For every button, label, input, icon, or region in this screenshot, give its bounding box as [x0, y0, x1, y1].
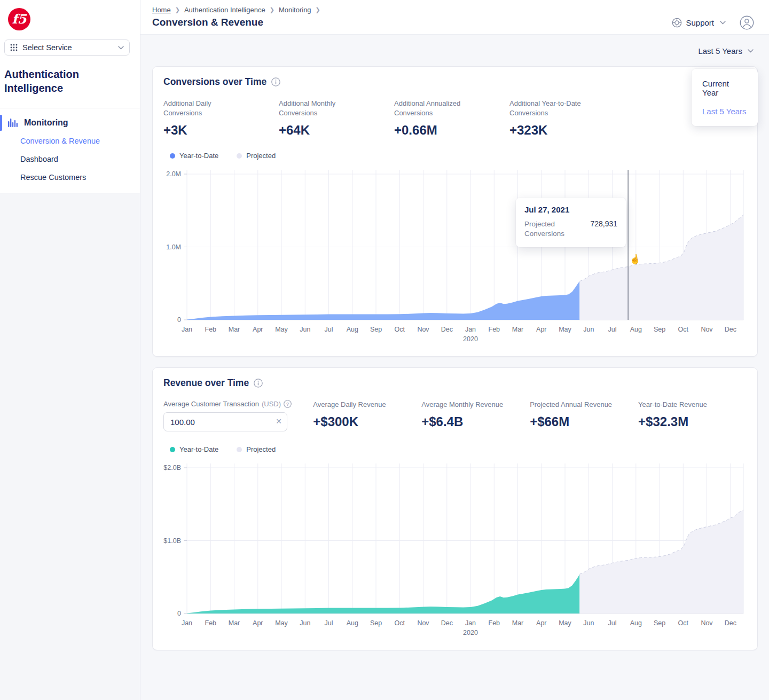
svg-text:☝: ☝ [629, 253, 642, 266]
svg-text:Oct: Oct [678, 326, 689, 333]
svg-text:Feb: Feb [489, 326, 500, 333]
svg-text:May: May [559, 619, 571, 627]
revenue-card-title: Revenue over Time [163, 377, 249, 389]
chart-tooltip: Jul 27, 2021 Projected Conversions 728,9… [516, 198, 626, 247]
sidebar-section-label: Monitoring [24, 118, 68, 128]
svg-text:Dec: Dec [725, 326, 736, 333]
conversions-legend: Year-to-Date Projected [163, 152, 747, 160]
breadcrumb-separator-icon: ❯ [316, 6, 320, 13]
stat-additional-monthly-conversions: Additional Monthly Conversions +64K [279, 99, 394, 138]
info-icon[interactable] [254, 379, 263, 388]
conversions-card-title: Conversions over Time [163, 76, 266, 88]
tooltip-series-label: Projected Conversions [524, 219, 575, 239]
transaction-input-label: Average Customer Transaction [163, 400, 259, 408]
conversions-chart[interactable]: 01.0M2.0MJanFebMarAprMayJunJulAugSepOctN… [163, 166, 747, 344]
svg-text:1.0M: 1.0M [166, 243, 181, 251]
svg-text:Nov: Nov [701, 326, 713, 333]
svg-text:Nov: Nov [701, 619, 713, 627]
stat-additional-daily-conversions: Additional Daily Conversions +3K [163, 99, 279, 138]
ytd-legend-dot [170, 447, 175, 452]
svg-text:Jan: Jan [182, 326, 192, 333]
svg-text:Apr: Apr [253, 326, 263, 333]
svg-text:Nov: Nov [417, 619, 429, 627]
time-range-option-last-5-years[interactable]: Last 5 Years [692, 102, 758, 121]
svg-text:Oct: Oct [678, 619, 689, 627]
revenue-chart[interactable]: 0$1.0B$2.0BJanFebMarAprMayJunJulAugSepOc… [163, 460, 747, 638]
app-root: f5 Select Service Authentication Intelli… [0, 0, 769, 700]
sidebar: f5 Select Service Authentication Intelli… [0, 0, 140, 700]
revenue-legend: Year-to-Date Projected [163, 445, 747, 453]
transaction-input-unit: (USD) [262, 400, 281, 408]
svg-text:$2.0B: $2.0B [163, 464, 181, 471]
sidebar-item-dashboard[interactable]: Dashboard [0, 150, 140, 168]
sidebar-item-conversion-revenue[interactable]: Conversion & Revenue [0, 132, 140, 150]
revenue-card: Revenue over Time Average Customer Trans… [152, 367, 758, 650]
svg-text:Oct: Oct [395, 619, 405, 627]
conversions-card: Conversions over Time Additional Daily C… [152, 66, 758, 357]
clear-input-icon[interactable]: ✕ [276, 417, 282, 426]
active-section-accent [0, 115, 2, 131]
sidebar-item-monitoring[interactable]: Monitoring [0, 114, 140, 132]
sidebar-filler [0, 193, 140, 700]
svg-text:0: 0 [177, 316, 181, 324]
breadcrumb-authentication-intelligence[interactable]: Authentication Intelligence [184, 6, 265, 14]
svg-text:Dec: Dec [441, 619, 453, 627]
svg-text:Sep: Sep [370, 619, 382, 627]
svg-text:Jul: Jul [608, 326, 617, 333]
svg-text:Feb: Feb [489, 619, 500, 627]
breadcrumb-home[interactable]: Home [152, 6, 171, 14]
svg-text:Aug: Aug [347, 619, 358, 627]
time-range-selected-label: Last 5 Years [698, 46, 742, 56]
life-ring-icon [672, 18, 682, 28]
svg-text:Sep: Sep [654, 326, 665, 333]
svg-text:Jun: Jun [583, 619, 594, 627]
svg-text:2.0M: 2.0M [166, 170, 181, 178]
svg-text:Oct: Oct [395, 326, 405, 333]
svg-text:Jul: Jul [608, 619, 617, 627]
select-service-dropdown[interactable]: Select Service [4, 40, 130, 56]
svg-text:2020: 2020 [463, 335, 478, 343]
svg-text:Jan: Jan [465, 326, 476, 333]
top-header: Home ❯ Authentication Intelligence ❯ Mon… [140, 0, 769, 35]
svg-text:Jul: Jul [325, 326, 333, 333]
legend-item-projected[interactable]: Projected [237, 152, 276, 160]
legend-item-projected[interactable]: Projected [237, 445, 276, 453]
legend-item-ytd[interactable]: Year-to-Date [170, 445, 218, 453]
monitoring-chart-icon [8, 119, 18, 127]
svg-text:May: May [275, 326, 288, 333]
time-range-select[interactable]: Last 5 Years [698, 46, 754, 56]
support-label: Support [686, 18, 714, 27]
info-icon[interactable] [271, 77, 280, 86]
svg-text:Dec: Dec [725, 619, 736, 627]
projected-legend-dot [237, 447, 242, 452]
svg-text:Mar: Mar [229, 326, 240, 333]
svg-text:Jun: Jun [583, 326, 594, 333]
help-icon[interactable]: ? [284, 400, 292, 408]
f5-logo[interactable]: f5 [8, 8, 30, 30]
legend-item-ytd[interactable]: Year-to-Date [170, 152, 218, 160]
svg-text:Jan: Jan [465, 619, 476, 627]
tooltip-date: Jul 27, 2021 [524, 205, 617, 214]
chevron-down-icon [748, 49, 754, 53]
time-range-option-current-year[interactable]: Current Year [692, 74, 758, 102]
svg-text:Apr: Apr [536, 326, 546, 333]
chevron-down-icon [118, 46, 124, 50]
stat-average-monthly-revenue: Average Monthly Revenue +$6.4B [421, 400, 530, 431]
svg-text:Jun: Jun [300, 326, 310, 333]
ytd-legend-dot [170, 153, 175, 159]
support-menu[interactable]: Support [672, 18, 726, 28]
breadcrumb-monitoring[interactable]: Monitoring [279, 6, 311, 14]
average-transaction-input[interactable] [163, 412, 287, 431]
sidebar-item-rescue-customers[interactable]: Rescue Customers [0, 168, 140, 186]
svg-text:Nov: Nov [417, 326, 429, 333]
projected-legend-dot [237, 153, 242, 159]
svg-text:0: 0 [177, 610, 181, 617]
svg-text:May: May [275, 619, 288, 627]
svg-text:Apr: Apr [536, 619, 546, 627]
account-avatar-icon[interactable] [740, 15, 754, 30]
svg-text:Dec: Dec [441, 326, 453, 333]
svg-text:Apr: Apr [253, 619, 263, 627]
svg-text:Mar: Mar [512, 326, 524, 333]
apps-grid-icon [10, 44, 18, 51]
stat-additional-ytd-conversions: Additional Year-to-Date Conversions +323… [509, 99, 625, 138]
